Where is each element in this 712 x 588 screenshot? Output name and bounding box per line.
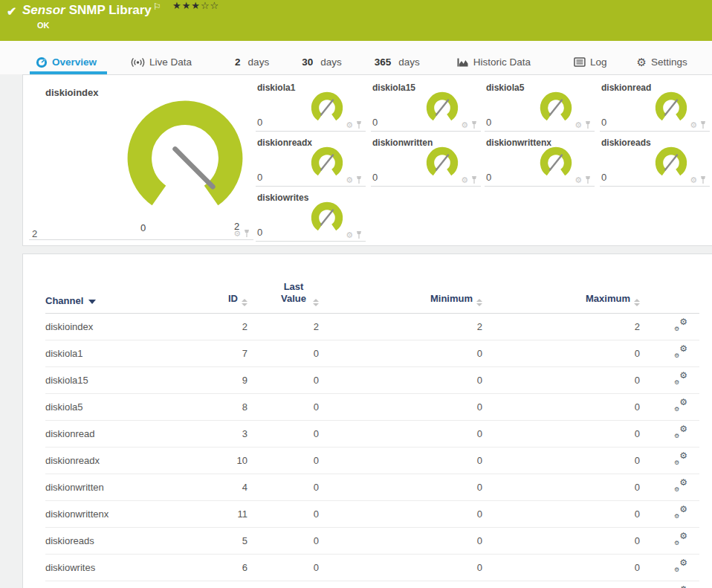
channel-settings-gears-icon[interactable]: ⚙⚙ xyxy=(674,480,687,492)
flag-icon[interactable]: ⚐ xyxy=(153,1,161,12)
table-row: diskionwrittenx 11 0 0 0 ⚙⚙ xyxy=(45,501,699,528)
gauge-chart xyxy=(424,90,460,126)
gear-icon[interactable]: ⚙ xyxy=(461,121,468,129)
table-row: Downtime -4 ⚙⚙ xyxy=(45,581,699,588)
gauge-title: diskioreads xyxy=(601,138,651,148)
tab-2-days[interactable]: 2 days xyxy=(235,41,269,74)
pin-icon[interactable] xyxy=(355,175,363,184)
pin-icon[interactable] xyxy=(699,120,707,129)
gear-icon: ⚙ xyxy=(637,56,647,68)
gauge-value: 0 xyxy=(257,227,262,238)
channel-last-value: 0 xyxy=(247,448,319,474)
channel-last-value: 0 xyxy=(247,501,319,528)
pin-icon[interactable] xyxy=(470,120,478,129)
channel-name: diskionreadx xyxy=(45,448,201,474)
gauge-cell-diskiola5: diskiola5 0 ⚙ xyxy=(485,81,595,132)
channel-id: 6 xyxy=(201,555,247,581)
pin-icon[interactable] xyxy=(584,175,592,184)
table-row: diskionwritten 4 0 0 0 ⚙⚙ xyxy=(45,474,699,501)
channel-id: 8 xyxy=(201,394,247,421)
column-header-last-value[interactable]: Last Value xyxy=(247,281,319,314)
gear-icon[interactable]: ⚙ xyxy=(233,230,241,238)
gauge-cell-diskiola1: diskiola1 0 ⚙ xyxy=(256,81,366,132)
table-row: diskiowrites 6 0 0 0 ⚙⚙ xyxy=(45,555,699,581)
gear-icon[interactable]: ⚙ xyxy=(690,176,697,184)
tab-30-days[interactable]: 30 days xyxy=(302,41,342,74)
channel-name: Downtime xyxy=(45,581,201,588)
gauge-chart xyxy=(121,93,249,221)
gauge-chart xyxy=(538,90,574,126)
gauge-cell-diskionwritten: diskionwritten 0 ⚙ xyxy=(371,136,481,187)
tab-settings[interactable]: ⚙ Settings xyxy=(637,41,687,74)
column-header-maximum[interactable]: Maximum xyxy=(482,281,640,314)
gauge-cell-diskioindex: diskioindex 0 2 2 ⚙ xyxy=(29,80,253,240)
channel-settings-gears-icon[interactable]: ⚙⚙ xyxy=(674,560,687,572)
channel-settings-gears-icon[interactable]: ⚙⚙ xyxy=(674,507,687,519)
pin-icon[interactable] xyxy=(355,120,363,129)
pin-icon[interactable] xyxy=(243,229,250,238)
channel-settings-gears-icon[interactable]: ⚙⚙ xyxy=(674,427,687,439)
channel-minimum: 0 xyxy=(319,474,482,501)
status-ok-check-icon: ✔ xyxy=(7,4,16,19)
channel-id: -4 xyxy=(201,581,247,588)
column-label: ID xyxy=(228,293,238,304)
tab-overview[interactable]: Overview xyxy=(36,41,97,74)
channel-name: diskioindex xyxy=(45,314,201,340)
channel-settings-gears-icon[interactable]: ⚙⚙ xyxy=(674,534,687,546)
page-title: SensorSNMP Library xyxy=(22,3,152,18)
gauge-value: 2 xyxy=(32,228,37,239)
gear-icon[interactable]: ⚙ xyxy=(575,176,582,184)
tab-365-days[interactable]: 365 days xyxy=(375,41,420,74)
priority-stars[interactable]: ★★★☆☆ xyxy=(172,0,219,11)
gear-icon[interactable]: ⚙ xyxy=(346,176,353,184)
gauge-value: 0 xyxy=(486,172,491,183)
channel-settings-gears-icon[interactable]: ⚙⚙ xyxy=(674,346,687,358)
gear-icon[interactable]: ⚙ xyxy=(461,176,468,184)
column-header-id[interactable]: ID xyxy=(201,281,247,314)
sensor-label: Sensor xyxy=(22,3,65,17)
column-label: Minimum xyxy=(430,293,473,304)
tab-log[interactable]: Log xyxy=(574,41,607,74)
channel-settings-gears-icon[interactable]: ⚙⚙ xyxy=(674,400,687,412)
channel-minimum: 0 xyxy=(319,501,482,528)
gear-icon[interactable]: ⚙ xyxy=(690,121,697,129)
channel-settings-gears-icon[interactable]: ⚙⚙ xyxy=(674,373,687,385)
gear-icon[interactable]: ⚙ xyxy=(346,231,353,239)
sort-icon xyxy=(313,299,319,306)
gear-icon[interactable]: ⚙ xyxy=(346,121,353,129)
channel-id: 4 xyxy=(201,474,247,501)
column-header-channel[interactable]: Channel xyxy=(45,281,201,314)
tab-historic-data[interactable]: Historic Data xyxy=(457,41,531,74)
channel-maximum: 2 xyxy=(482,314,640,340)
gauge-cell-diskioreads: diskioreads 0 ⚙ xyxy=(600,136,710,187)
channel-minimum: 0 xyxy=(319,528,482,555)
tab-number: 2 xyxy=(235,56,241,68)
tab-label: Settings xyxy=(651,56,687,68)
channel-last-value: 0 xyxy=(247,555,319,581)
tab-label: days xyxy=(398,56,420,68)
gear-icon[interactable]: ⚙ xyxy=(575,121,582,129)
channel-last-value: 0 xyxy=(247,367,319,394)
channel-maximum: 0 xyxy=(482,528,640,555)
gauge-cell-diskionreadx: diskionreadx 0 ⚙ xyxy=(256,136,366,187)
column-header-minimum[interactable]: Minimum xyxy=(319,281,482,314)
pin-icon[interactable] xyxy=(699,175,707,184)
tab-label: Log xyxy=(590,56,607,68)
channel-settings-gears-icon[interactable]: ⚙⚙ xyxy=(674,320,687,332)
channel-id: 3 xyxy=(201,421,247,448)
channel-maximum: 0 xyxy=(482,367,640,394)
channel-table: Channel ID Last Value Minimum Maximum xyxy=(45,281,699,588)
pin-icon[interactable] xyxy=(470,175,478,184)
channel-table-panel: Channel ID Last Value Minimum Maximum xyxy=(22,253,712,588)
gauge-chart xyxy=(309,200,345,236)
pin-icon[interactable] xyxy=(584,120,592,129)
sort-icon xyxy=(476,299,482,306)
tab-live-data[interactable]: Live Data xyxy=(131,41,192,74)
channel-id: 9 xyxy=(201,367,247,394)
gauge-cell-diskiola15: diskiola15 0 ⚙ xyxy=(371,81,481,132)
channel-minimum: 0 xyxy=(319,421,482,448)
channel-maximum: 0 xyxy=(482,421,640,448)
pin-icon[interactable] xyxy=(355,230,363,239)
tab-label: Historic Data xyxy=(473,56,531,68)
channel-settings-gears-icon[interactable]: ⚙⚙ xyxy=(674,453,687,465)
